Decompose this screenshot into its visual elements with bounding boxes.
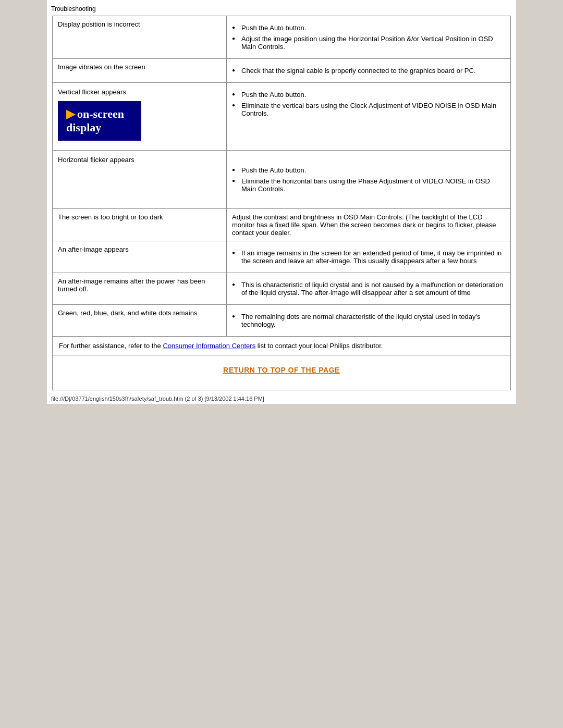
- solution-cell: Push the Auto button. Eliminate the hori…: [227, 151, 511, 209]
- table-row: Green, red, blue, dark, and white dots r…: [53, 305, 511, 337]
- osd-demo-image: ▶on-screen display: [58, 101, 141, 141]
- list-item: Push the Auto button.: [232, 89, 505, 100]
- solution-list: Push the Auto button. Eliminate the vert…: [232, 87, 505, 121]
- solution-list: Push the Auto button. Eliminate the hori…: [232, 163, 505, 196]
- solution-cell: Adjust the contrast and brightness in OS…: [227, 209, 511, 241]
- list-item: Eliminate the horizontal bars using the …: [232, 176, 505, 194]
- consumer-info-link[interactable]: Consumer Information Centers: [163, 342, 255, 350]
- list-item: If an image remains in the screen for an…: [232, 248, 505, 266]
- osd-line2: display: [66, 121, 101, 134]
- solution-text: Adjust the contrast and brightness in OS…: [232, 213, 496, 237]
- footer-row: For further assistance, refer to the Con…: [53, 337, 511, 355]
- issue-label: An after-image remains after the power h…: [58, 277, 205, 293]
- page-wrapper: Troubleshooting Display position is inco…: [47, 0, 516, 404]
- solution-cell: This is characteristic of liquid crystal…: [227, 273, 511, 305]
- osd-arrow-icon: ▶: [66, 107, 75, 120]
- list-item: This is characteristic of liquid crystal…: [232, 279, 505, 298]
- issue-label: Display position is incorrect: [58, 20, 140, 28]
- return-cell: RETURN TO TOP OF THE PAGE: [53, 355, 511, 390]
- solution-cell: Check that the signal cable is properly …: [227, 59, 511, 83]
- issue-label: Horizontal flicker appears: [58, 156, 134, 164]
- issue-cell: Vertical flicker appears ▶on-screen disp…: [53, 83, 227, 151]
- table-row: The screen is too bright or too dark Adj…: [53, 209, 511, 241]
- list-item: Push the Auto button.: [232, 22, 505, 33]
- status-bar-text: file:///D|/03771/english/150s3fh/safety/…: [51, 396, 264, 402]
- issue-label: Image vibrates on the screen: [58, 63, 145, 71]
- list-item: Adjust the image position using the Hori…: [232, 33, 505, 52]
- status-bar: file:///D|/03771/english/150s3fh/safety/…: [47, 393, 516, 404]
- issue-cell: Image vibrates on the screen: [53, 59, 227, 83]
- issue-cell: Display position is incorrect: [53, 16, 227, 59]
- list-item: Check that the signal cable is properly …: [232, 65, 505, 76]
- issue-label: Vertical flicker appears: [58, 88, 221, 96]
- return-to-top-row: RETURN TO TOP OF THE PAGE: [53, 355, 511, 390]
- solution-list: The remaining dots are normal characteri…: [232, 309, 505, 332]
- footer-cell: For further assistance, refer to the Con…: [53, 337, 511, 355]
- table-row: An after-image remains after the power h…: [53, 273, 511, 305]
- issue-cell: The screen is too bright or too dark: [53, 209, 227, 241]
- footer-text-after: list to contact your local Philips distr…: [255, 342, 383, 350]
- solution-list: If an image remains in the screen for an…: [232, 245, 505, 268]
- issue-label: An after-image appears: [58, 245, 129, 253]
- table-row: Vertical flicker appears ▶on-screen disp…: [53, 83, 511, 151]
- issue-label: The screen is too bright or too dark: [58, 213, 163, 221]
- solution-cell: Push the Auto button. Eliminate the vert…: [227, 83, 511, 151]
- solution-cell: If an image remains in the screen for an…: [227, 241, 511, 273]
- list-item: Push the Auto button.: [232, 165, 505, 176]
- table-row: Display position is incorrect Push the A…: [53, 16, 511, 59]
- osd-line1: on-screen: [77, 107, 124, 120]
- issue-cell: An after-image remains after the power h…: [53, 273, 227, 305]
- solution-list: Check that the signal cable is properly …: [232, 63, 505, 78]
- solution-list: Push the Auto button. Adjust the image p…: [232, 20, 505, 54]
- list-item: The remaining dots are normal characteri…: [232, 311, 505, 330]
- issue-cell: An after-image appears: [53, 241, 227, 273]
- solution-list: This is characteristic of liquid crystal…: [232, 277, 505, 300]
- solution-cell: The remaining dots are normal characteri…: [227, 305, 511, 337]
- return-to-top-link[interactable]: RETURN TO TOP OF THE PAGE: [223, 366, 340, 374]
- breadcrumb-text: Troubleshooting: [51, 5, 96, 13]
- table-row: An after-image appears If an image remai…: [53, 241, 511, 273]
- table-row: Horizontal flicker appears Push the Auto…: [53, 151, 511, 209]
- list-item: Eliminate the vertical bars using the Cl…: [232, 100, 505, 119]
- solution-cell: Push the Auto button. Adjust the image p…: [227, 16, 511, 59]
- table-row: Image vibrates on the screen Check that …: [53, 59, 511, 83]
- issue-cell: Horizontal flicker appears: [53, 151, 227, 209]
- troubleshooting-table: Display position is incorrect Push the A…: [52, 16, 511, 390]
- issue-label: Green, red, blue, dark, and white dots r…: [58, 309, 197, 317]
- footer-text-before: For further assistance, refer to the: [59, 342, 163, 350]
- issue-cell: Green, red, blue, dark, and white dots r…: [53, 305, 227, 337]
- breadcrumb: Troubleshooting: [47, 4, 516, 16]
